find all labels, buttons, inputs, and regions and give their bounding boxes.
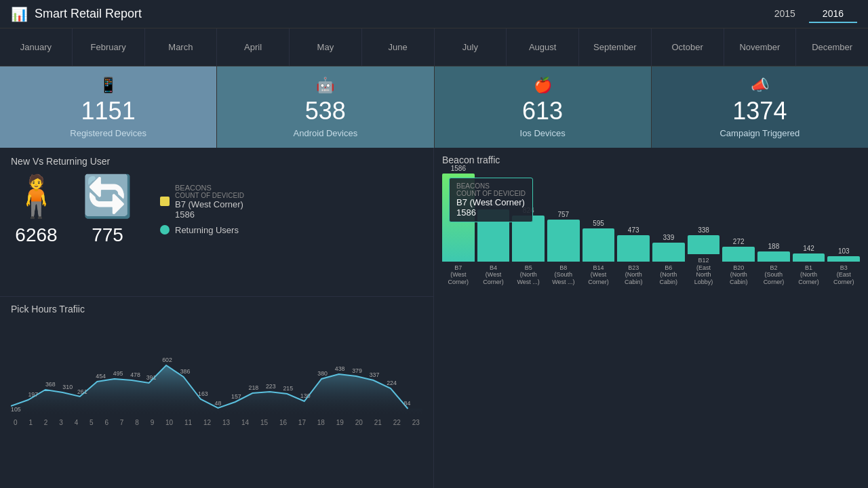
svg-text:261: 261: [77, 388, 87, 395]
beacon-bar-label-4: B14 (West Corner): [588, 264, 609, 286]
svg-text:163: 163: [198, 390, 208, 397]
kpi-registered-value: 1151: [81, 97, 136, 125]
svg-text:602: 602: [162, 357, 172, 363]
month-march[interactable]: March: [145, 28, 218, 66]
new-user-count: 6268: [15, 224, 57, 246]
peak-label-3: 3: [59, 419, 63, 426]
new-user-block: 🧍 6268: [11, 172, 62, 246]
beacon-bar-group-11[interactable]: 103B3 (East Corner): [827, 247, 860, 286]
peak-label-1: 1: [28, 419, 33, 426]
returning-user-icon: 🔄: [82, 172, 133, 220]
app-logo-icon: 📊: [11, 6, 28, 22]
year-tab-2016[interactable]: 2016: [809, 5, 857, 23]
peak-x-labels: 0 1 2 3 4 5 6 7 8 9 10 11 12 13 14 15 16: [11, 419, 422, 426]
kpi-campaign-label: Campaign Triggered: [719, 128, 800, 138]
nvr-content: 🧍 6268 🔄 775 BEACONS COUNT OF DEVICEID: [11, 172, 422, 246]
beacon-bar-value-6: 339: [663, 234, 675, 241]
month-february[interactable]: February: [73, 28, 145, 66]
nvr-title: New Vs Returning User: [11, 156, 422, 167]
beacon-bar-11: [827, 256, 860, 262]
beacon-bar-label-0: B7 (West Corner): [448, 264, 469, 286]
kpi-registered: 📱 1151 Registered Devices: [0, 66, 217, 148]
beacon-bar-group-9[interactable]: 188B2 (South Corner): [757, 243, 790, 286]
left-panel: New Vs Returning User 🧍 6268 🔄 775: [0, 148, 434, 488]
beacon-bar-10: [793, 253, 825, 262]
beacon-bar-group-5[interactable]: 473B23 (North Cabin): [617, 226, 650, 286]
svg-text:454: 454: [96, 373, 106, 380]
beacon-bar-label-3: B8 (South West ...): [552, 264, 574, 286]
peak-label-8: 8: [135, 419, 139, 426]
beacon-bar-label-6: B6 (North Cabin): [660, 264, 678, 286]
beacon-legend-label: BEACONS: [175, 184, 244, 192]
peak-label-4: 4: [75, 419, 79, 426]
peak-label-16: 16: [279, 419, 287, 426]
year-tab-2015[interactable]: 2015: [761, 5, 809, 23]
beacon-bar-value-5: 473: [628, 226, 639, 234]
beacon-bar-value-7: 338: [698, 226, 709, 234]
month-september[interactable]: September: [579, 28, 652, 66]
peak-label-12: 12: [203, 419, 211, 426]
nvr-section: New Vs Returning User 🧍 6268 🔄 775: [0, 148, 433, 297]
campaign-icon: 📣: [751, 77, 769, 94]
svg-text:48: 48: [215, 400, 222, 407]
tooltip-label1: BEACONS: [456, 182, 526, 190]
header-left: 📊 Smart Retail Report: [11, 6, 142, 22]
month-may[interactable]: May: [290, 28, 362, 66]
svg-text:310: 310: [62, 384, 73, 390]
beacon-bar-group-6[interactable]: 339B6 (North Cabin): [652, 234, 685, 286]
peak-label-7: 7: [120, 419, 124, 426]
peak-label-2: 2: [44, 419, 48, 426]
peak-label-17: 17: [298, 419, 306, 426]
svg-text:495: 495: [113, 370, 123, 377]
peak-label-20: 20: [355, 419, 363, 426]
beacon-bar-group-8[interactable]: 272B20 (North Cabin): [722, 238, 755, 286]
beacon-bar-label-1: B4 (West Corner): [483, 264, 504, 286]
beacon-bar-label-8: B20 (North Cabin): [730, 264, 748, 286]
beacon-bar-group-3[interactable]: 757B8 (South West ...): [547, 211, 580, 286]
svg-text:386: 386: [180, 368, 191, 375]
kpi-campaign: 📣 1374 Campaign Triggered: [652, 66, 868, 148]
beacon-legend-name: B7 (West Corner): [175, 199, 244, 209]
beacon-legend-info: BEACONS COUNT OF DEVICEID B7 (West Corne…: [175, 184, 244, 220]
apple-icon: 🍎: [534, 77, 552, 94]
beacon-bar-value-10: 142: [803, 245, 814, 252]
svg-text:368: 368: [45, 381, 56, 388]
kpi-android-label: Android Devices: [294, 128, 358, 138]
beacon-bar-value-3: 757: [558, 211, 570, 218]
year-tabs: 2015 2016: [761, 5, 857, 23]
kpi-android: 🤖 538 Android Devices: [217, 66, 434, 148]
beacon-title: Beacon traffic: [442, 155, 860, 165]
month-october[interactable]: October: [652, 28, 724, 66]
month-january[interactable]: January: [0, 28, 73, 66]
kpi-row: 📱 1151 Registered Devices 🤖 538 Android …: [0, 66, 868, 148]
beacon-bar-group-10[interactable]: 142B1 (North Corner): [793, 245, 825, 286]
month-june[interactable]: June: [362, 28, 435, 66]
peak-label-23: 23: [412, 419, 420, 426]
beacon-bar-value-11: 103: [838, 247, 850, 255]
beacon-bar-group-4[interactable]: 595B14 (West Corner): [583, 220, 615, 286]
month-july[interactable]: July: [435, 28, 507, 66]
kpi-ios-label: Ios Devices: [520, 128, 566, 138]
new-user-icon: 🧍: [11, 172, 62, 220]
peak-label-15: 15: [260, 419, 268, 426]
beacon-bar-value-4: 595: [593, 220, 604, 227]
beacon-bar-group-7[interactable]: 338B12 (East North Lobby): [688, 226, 720, 286]
svg-text:218: 218: [248, 384, 258, 391]
month-august[interactable]: August: [507, 28, 579, 66]
month-april[interactable]: April: [217, 28, 290, 66]
month-november[interactable]: November: [724, 28, 797, 66]
svg-text:105: 105: [11, 406, 21, 413]
beacon-bar-7: [688, 235, 720, 254]
app-title: Smart Retail Report: [35, 7, 142, 21]
svg-text:478: 478: [130, 371, 140, 378]
kpi-ios-value: 613: [522, 97, 563, 125]
svg-text:157: 157: [231, 393, 241, 400]
mobile-icon: 📱: [99, 77, 117, 94]
month-december[interactable]: December: [796, 28, 868, 66]
svg-text:391: 391: [146, 374, 157, 381]
svg-text:84: 84: [404, 400, 411, 407]
beacon-bar-label-2: B5 (North West ...): [517, 264, 540, 286]
kpi-android-value: 538: [305, 97, 346, 125]
returning-legend-dot: [160, 225, 170, 235]
tooltip-beacon-value: 1586: [456, 207, 526, 218]
